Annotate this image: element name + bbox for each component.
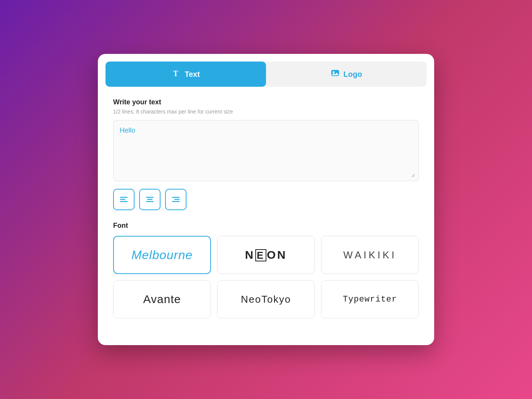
tab-bar: T Text Logo	[105, 62, 427, 87]
tab-text[interactable]: T Text	[105, 62, 266, 87]
font-melbourne-label: Melbourne	[131, 248, 193, 262]
font-card-neon[interactable]: NEON	[217, 236, 315, 274]
resize-handle[interactable]	[411, 173, 416, 178]
logo-icon	[331, 68, 340, 80]
svg-rect-9	[147, 199, 152, 200]
svg-rect-8	[146, 197, 154, 198]
main-panel: T Text Logo Write your text 1/2 lines, 8…	[98, 54, 434, 345]
tab-logo-label: Logo	[344, 70, 362, 79]
svg-rect-12	[174, 199, 180, 200]
font-typewriter-label: Typewriter	[343, 295, 397, 304]
svg-rect-13	[172, 201, 180, 202]
alignment-controls	[113, 189, 419, 210]
tab-logo[interactable]: Logo	[266, 62, 427, 87]
text-icon: T	[172, 68, 181, 80]
font-card-neotokyo[interactable]: NeoTokyo	[217, 280, 315, 318]
svg-rect-10	[146, 201, 154, 202]
svg-line-4	[413, 175, 415, 177]
font-heading: Font	[113, 222, 419, 230]
text-input[interactable]: Hello	[120, 127, 412, 165]
font-card-avante[interactable]: Avante	[113, 280, 211, 318]
font-card-waikiki[interactable]: WAIKIKI	[321, 236, 419, 274]
font-neon-label: NEON	[245, 248, 287, 262]
font-neotokyo-label: NeoTokyo	[241, 294, 291, 305]
write-text-hint: 1/2 lines, 8 characters max per line for…	[113, 109, 419, 115]
svg-rect-11	[172, 197, 180, 198]
font-avante-label: Avante	[143, 293, 181, 306]
svg-rect-7	[120, 201, 128, 202]
write-text-heading: Write your text	[113, 98, 419, 106]
align-left-button[interactable]	[113, 189, 135, 210]
font-card-melbourne[interactable]: Melbourne	[113, 236, 211, 274]
align-center-button[interactable]	[139, 189, 161, 210]
svg-line-3	[412, 174, 415, 177]
font-waikiki-label: WAIKIKI	[343, 249, 396, 261]
svg-text:T: T	[173, 69, 178, 78]
font-card-typewriter[interactable]: Typewriter	[321, 280, 419, 318]
font-grid: Melbourne NEON WAIKIKI Avante NeoTokyo	[113, 236, 419, 318]
text-input-wrapper: Hello	[113, 120, 419, 181]
content-area: Write your text 1/2 lines, 8 characters …	[98, 87, 434, 330]
svg-point-2	[332, 71, 334, 73]
align-right-button[interactable]	[165, 189, 187, 210]
tab-text-label: Text	[185, 70, 200, 79]
svg-rect-5	[120, 197, 128, 198]
svg-rect-6	[120, 199, 125, 200]
